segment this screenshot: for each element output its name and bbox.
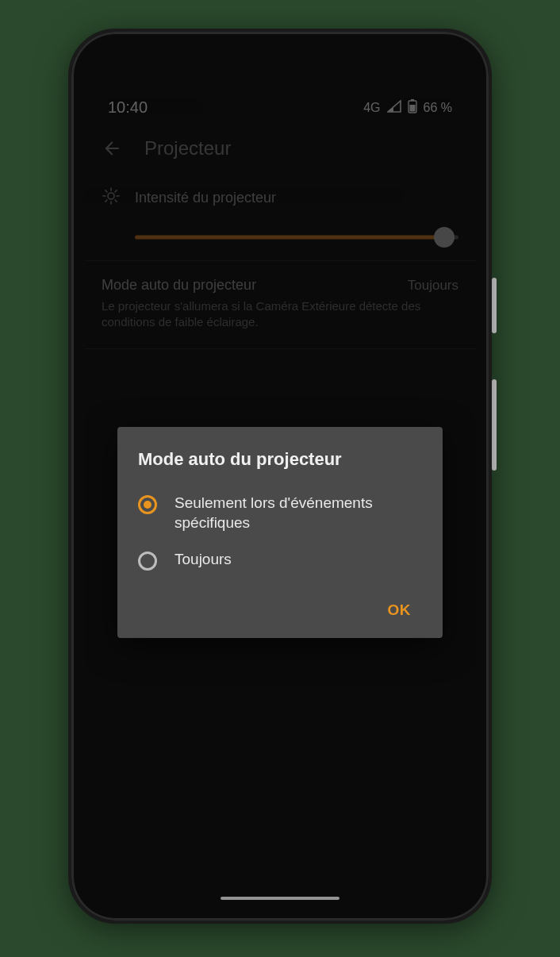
status-bar: 10:40 4G 66 % [84,79,476,126]
app-screen: 10:40 4G 66 % Projecteur [84,79,476,906]
dialog-option-always[interactable]: Toujours [138,544,422,576]
nav-bar-handle[interactable] [221,897,339,900]
mode-value: Toujours [408,278,458,294]
radio-icon [138,552,157,571]
dialog-option-specific-events[interactable]: Seulement lors d'événements spécifiques [138,487,422,539]
dialog-option-label: Seulement lors d'événements spécifiques [175,494,422,532]
slider-thumb[interactable] [434,227,455,248]
mode-dialog: Mode auto du projecteur Seulement lors d… [117,427,443,638]
slider-track [135,236,458,240]
radio-icon [138,495,157,514]
status-right: 4G 66 % [363,99,452,117]
mode-label: Mode auto du projecteur [102,277,256,294]
intensity-section: Intensité du projecteur [84,174,476,261]
status-battery-percent: 66 % [424,101,452,115]
ok-button[interactable]: OK [377,594,423,627]
battery-icon [408,99,417,117]
svg-line-10 [105,200,107,202]
intensity-slider[interactable] [135,227,458,248]
dialog-option-label: Toujours [175,550,422,570]
phone-power-button [492,278,497,333]
signal-icon [387,100,401,116]
svg-line-8 [105,190,107,192]
phone-volume-button [492,379,497,471]
page-title: Projecteur [144,137,231,160]
svg-rect-2 [409,105,415,112]
svg-point-3 [108,193,114,199]
phone-frame: 10:40 4G 66 % Projecteur [68,29,492,924]
mode-description: Le projecteur s'allumera si la Caméra Ex… [102,298,458,331]
dialog-actions: OK [138,594,422,627]
back-icon[interactable] [102,138,122,159]
svg-rect-1 [411,99,414,101]
dialog-title: Mode auto du projecteur [138,449,422,470]
status-time: 10:40 [108,98,148,117]
mode-section[interactable]: Mode auto du projecteur Toujours Le proj… [84,261,476,349]
svg-line-11 [115,190,117,192]
intensity-label: Intensité du projecteur [135,190,276,206]
app-header: Projecteur [84,126,476,174]
svg-line-9 [115,200,117,202]
status-network-label: 4G [363,101,380,115]
brightness-icon [102,186,121,209]
